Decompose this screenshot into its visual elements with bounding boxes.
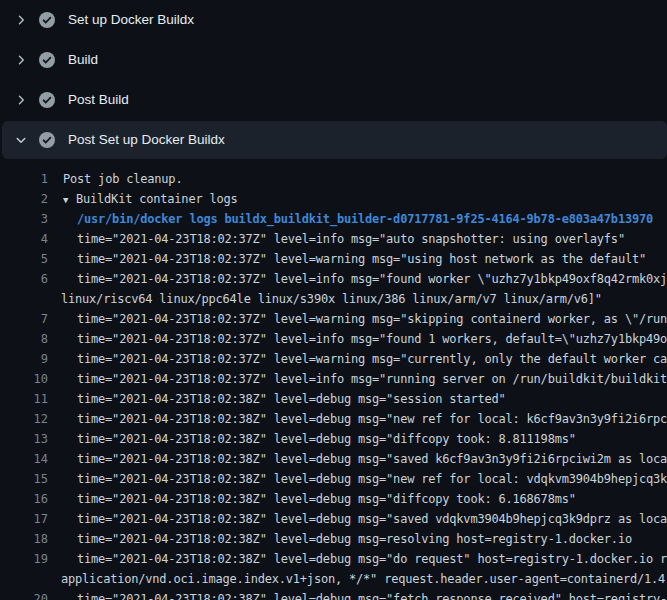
steps-list: Set up Docker Buildx Build Post Build bbox=[0, 0, 667, 159]
log-line: 6 time="2021-04-23T18:02:37Z" level=info… bbox=[0, 269, 667, 289]
log-line-text: time="2021-04-23T18:02:38Z" level=debug … bbox=[48, 509, 667, 529]
log-line-text: time="2021-04-23T18:02:37Z" level=warnin… bbox=[48, 249, 667, 269]
log-line-text: time="2021-04-23T18:02:38Z" level=debug … bbox=[48, 529, 667, 549]
log-line[interactable]: 3 /usr/bin/docker logs buildx_buildkit_b… bbox=[0, 209, 667, 229]
log-line: 12 time="2021-04-23T18:02:38Z" level=deb… bbox=[0, 409, 667, 429]
log-line-number[interactable]: 5 bbox=[0, 249, 48, 269]
log-line: 11 time="2021-04-23T18:02:38Z" level=deb… bbox=[0, 389, 667, 409]
step-header-set-up-docker-buildx[interactable]: Set up Docker Buildx bbox=[0, 0, 667, 40]
log-line-text: time="2021-04-23T18:02:38Z" level=debug … bbox=[48, 409, 667, 429]
chevron-down-icon bbox=[14, 133, 28, 147]
log-line-text: time="2021-04-23T18:02:38Z" level=debug … bbox=[48, 589, 667, 600]
log-line: 13 time="2021-04-23T18:02:38Z" level=deb… bbox=[0, 429, 667, 449]
check-circle-icon bbox=[39, 52, 55, 68]
step-title: Post Build bbox=[68, 93, 129, 107]
log-line-text: linux/riscv64 linux/ppc64le linux/s390x … bbox=[48, 289, 667, 309]
log-line-number[interactable]: 17 bbox=[0, 509, 48, 529]
log-line-number[interactable]: 6 bbox=[0, 269, 48, 289]
log-line-number[interactable]: 1 bbox=[0, 169, 48, 189]
log-line-text: application/vnd.oci.image.index.v1+json,… bbox=[48, 569, 667, 589]
log-line-text: Post job cleanup. bbox=[48, 169, 667, 189]
log-line-text: time="2021-04-23T18:02:38Z" level=debug … bbox=[48, 389, 667, 409]
log-line: 5 time="2021-04-23T18:02:37Z" level=warn… bbox=[0, 249, 667, 269]
log-line-number[interactable]: 18 bbox=[0, 529, 48, 549]
log-line-text: time="2021-04-23T18:02:38Z" level=debug … bbox=[48, 549, 667, 569]
log-line-text: time="2021-04-23T18:02:37Z" level=info m… bbox=[48, 269, 667, 289]
log-line: application/vnd.oci.image.index.v1+json,… bbox=[0, 569, 667, 589]
log-line: 15 time="2021-04-23T18:02:38Z" level=deb… bbox=[0, 469, 667, 489]
log-line-number[interactable]: 4 bbox=[0, 229, 48, 249]
log-line: 18 time="2021-04-23T18:02:38Z" level=deb… bbox=[0, 529, 667, 549]
log-line: 16 time="2021-04-23T18:02:38Z" level=deb… bbox=[0, 489, 667, 509]
log-line-number bbox=[0, 569, 48, 589]
log-line-text: time="2021-04-23T18:02:37Z" level=info m… bbox=[48, 369, 667, 389]
log-line-number[interactable]: 11 bbox=[0, 389, 48, 409]
log-line-number[interactable]: 15 bbox=[0, 469, 48, 489]
log-line-number[interactable]: 10 bbox=[0, 369, 48, 389]
log-line-number[interactable]: 13 bbox=[0, 429, 48, 449]
step-header-post-build[interactable]: Post Build bbox=[0, 80, 667, 120]
chevron-right-icon bbox=[14, 13, 28, 27]
log-line-number[interactable]: 19 bbox=[0, 549, 48, 569]
step-title: Post Set up Docker Buildx bbox=[68, 133, 225, 147]
step-title: Build bbox=[68, 53, 98, 67]
log-line[interactable]: 2 ▼BuildKit container logs bbox=[0, 189, 667, 209]
log-line-number[interactable]: 2 bbox=[0, 189, 48, 209]
log-line-number[interactable]: 20 bbox=[0, 589, 48, 600]
log-line-text: time="2021-04-23T18:02:38Z" level=debug … bbox=[48, 469, 667, 489]
log-line: 19 time="2021-04-23T18:02:38Z" level=deb… bbox=[0, 549, 667, 569]
chevron-right-icon bbox=[14, 53, 28, 67]
log-line-text: time="2021-04-23T18:02:38Z" level=debug … bbox=[48, 489, 667, 509]
log-line-text: ▼BuildKit container logs bbox=[48, 189, 667, 209]
log-line-text: time="2021-04-23T18:02:37Z" level=info m… bbox=[48, 229, 667, 249]
log-line: 10 time="2021-04-23T18:02:37Z" level=inf… bbox=[0, 369, 667, 389]
log-line: linux/riscv64 linux/ppc64le linux/s390x … bbox=[0, 289, 667, 309]
log-line-text: time="2021-04-23T18:02:37Z" level=info m… bbox=[48, 329, 667, 349]
log-line: 7 time="2021-04-23T18:02:37Z" level=warn… bbox=[0, 309, 667, 329]
step-title: Set up Docker Buildx bbox=[68, 13, 194, 27]
log-line-number[interactable]: 14 bbox=[0, 449, 48, 469]
step-header-post-set-up-docker-buildx[interactable]: Post Set up Docker Buildx bbox=[2, 121, 667, 159]
check-circle-icon bbox=[39, 12, 55, 28]
log-line-number[interactable]: 8 bbox=[0, 329, 48, 349]
check-circle-icon bbox=[39, 132, 55, 148]
log-line-number[interactable]: 7 bbox=[0, 309, 48, 329]
log-line: 9 time="2021-04-23T18:02:37Z" level=warn… bbox=[0, 349, 667, 369]
log-line-number bbox=[0, 289, 48, 309]
log-line-number[interactable]: 12 bbox=[0, 409, 48, 429]
log-group-caret-icon[interactable]: ▼ bbox=[63, 190, 76, 209]
log-line-number[interactable]: 16 bbox=[0, 489, 48, 509]
log-line-text: time="2021-04-23T18:02:38Z" level=debug … bbox=[48, 429, 667, 449]
step-header-build[interactable]: Build bbox=[0, 40, 667, 80]
log-line: 4 time="2021-04-23T18:02:37Z" level=info… bbox=[0, 229, 667, 249]
log-viewport[interactable]: 1 Post job cleanup. 2 ▼BuildKit containe… bbox=[0, 160, 667, 600]
log-line: 17 time="2021-04-23T18:02:38Z" level=deb… bbox=[0, 509, 667, 529]
log-line-number[interactable]: 9 bbox=[0, 349, 48, 369]
log-line-text: time="2021-04-23T18:02:37Z" level=warnin… bbox=[48, 309, 667, 329]
log-line-text: time="2021-04-23T18:02:38Z" level=debug … bbox=[48, 449, 667, 469]
log-line-number[interactable]: 3 bbox=[0, 209, 48, 229]
log-line: 1 Post job cleanup. bbox=[0, 169, 667, 189]
log-line: 20 time="2021-04-23T18:02:38Z" level=deb… bbox=[0, 589, 667, 600]
log-line-text: time="2021-04-23T18:02:37Z" level=warnin… bbox=[48, 349, 667, 369]
log-group-title: BuildKit container logs bbox=[76, 192, 238, 206]
chevron-right-icon bbox=[14, 93, 28, 107]
log-line: 8 time="2021-04-23T18:02:37Z" level=info… bbox=[0, 329, 667, 349]
log-line: 14 time="2021-04-23T18:02:38Z" level=deb… bbox=[0, 449, 667, 469]
check-circle-icon bbox=[39, 92, 55, 108]
log-line-text: /usr/bin/docker logs buildx_buildkit_bui… bbox=[48, 209, 667, 229]
